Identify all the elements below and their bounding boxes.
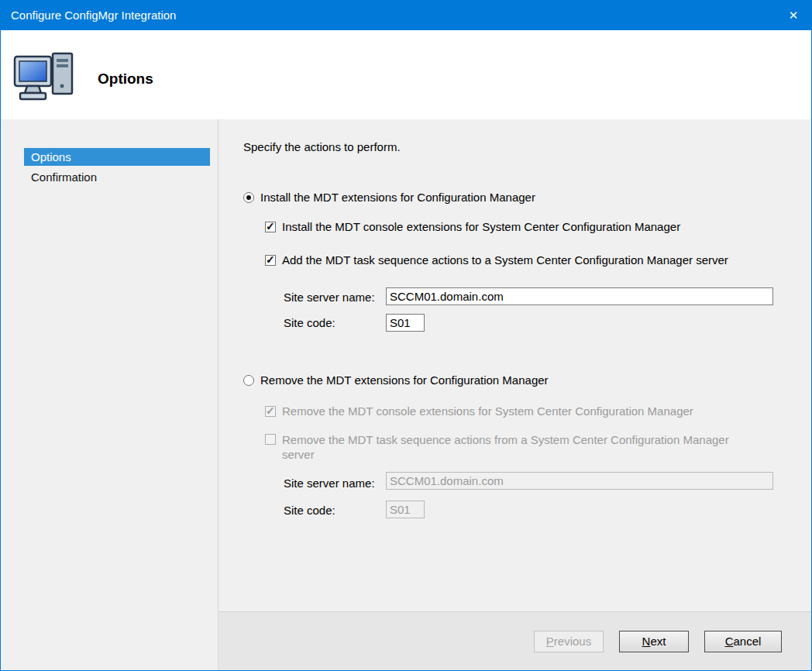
sidebar-item-options[interactable]: Options [24, 148, 210, 166]
install-site-server-label: Site server name: [284, 291, 375, 304]
wizard-content: Specify the actions to perform. Install … [218, 119, 812, 613]
install-actions-checkbox-row: ✓ Add the MDT task sequence actions to a… [265, 253, 728, 267]
cancel-button[interactable]: Cancel [704, 631, 782, 652]
next-button[interactable]: Next [619, 631, 689, 652]
window-title: Configure ConfigMgr Integration [11, 1, 176, 30]
install-radio-label: Install the MDT extensions for Configura… [260, 191, 535, 204]
checkmark-icon: ✓ [266, 253, 275, 267]
previous-button: Previous [534, 631, 604, 652]
install-actions-checkbox[interactable]: ✓ [265, 255, 276, 266]
remove-console-checkbox-label: Remove the MDT console extensions for Sy… [282, 404, 693, 418]
remove-radio[interactable] [243, 375, 254, 386]
wizard-sidebar: Options Confirmation [1, 119, 218, 670]
remove-site-code-input [386, 501, 425, 518]
close-button[interactable]: ✕ [776, 1, 811, 30]
remove-site-server-label: Site server name: [284, 477, 375, 490]
wizard-header: Options [1, 30, 811, 119]
remove-site-server-input [386, 472, 773, 490]
remove-actions-checkbox-label: Remove the MDT task sequence actions fro… [282, 432, 747, 462]
install-radio[interactable] [243, 192, 254, 203]
close-icon: ✕ [789, 9, 799, 22]
install-site-code-input[interactable] [386, 314, 425, 332]
install-console-checkbox-row: ✓ Install the MDT console extensions for… [265, 220, 680, 233]
instruction-text: Specify the actions to perform. [243, 140, 401, 153]
remove-console-checkbox-row: ✓ Remove the MDT console extensions for … [265, 404, 693, 418]
checkmark-icon: ✓ [266, 220, 275, 233]
install-console-checkbox[interactable]: ✓ [265, 222, 276, 232]
remove-site-code-label: Site code: [284, 504, 335, 517]
install-console-checkbox-label: Install the MDT console extensions for S… [282, 220, 680, 233]
remove-actions-checkbox-row: Remove the MDT task sequence actions fro… [265, 432, 747, 462]
radio-dot [246, 195, 251, 200]
remove-actions-checkbox [265, 434, 276, 445]
install-site-code-label: Site code: [284, 316, 335, 329]
remove-radio-label: Remove the MDT extensions for Configurat… [260, 373, 549, 387]
install-site-server-input[interactable] [386, 287, 773, 305]
wizard-window: Configure ConfigMgr Integration ✕ Option… [0, 0, 812, 671]
computer-icon [12, 50, 80, 106]
install-radio-row: Install the MDT extensions for Configura… [243, 191, 535, 204]
install-actions-checkbox-label: Add the MDT task sequence actions to a S… [282, 253, 728, 267]
remove-console-checkbox: ✓ [265, 406, 276, 417]
checkmark-icon: ✓ [266, 404, 275, 418]
titlebar: Configure ConfigMgr Integration ✕ [1, 1, 811, 30]
button-bar: Previous Next Cancel [218, 611, 811, 670]
remove-radio-row: Remove the MDT extensions for Configurat… [243, 373, 549, 387]
page-title: Options [98, 71, 153, 88]
sidebar-item-confirmation[interactable]: Confirmation [24, 168, 210, 186]
